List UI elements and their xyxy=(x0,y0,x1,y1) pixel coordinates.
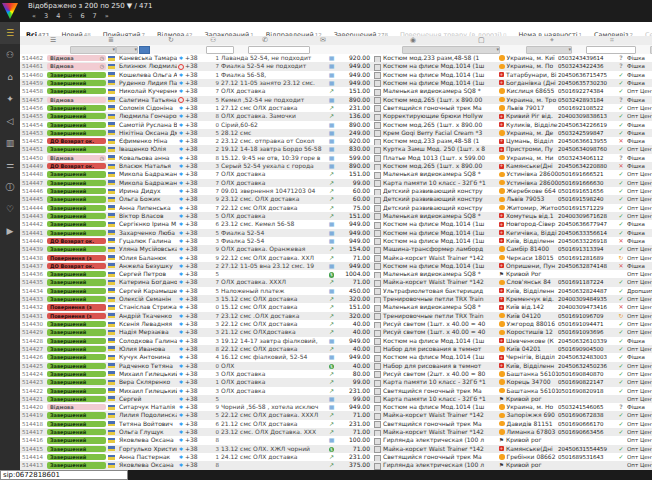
product-name[interactable]: Костюм мод.265 (1шт. х 890.00 xyxy=(383,121,482,128)
tracking-number[interactable]: 20450633226918 xyxy=(558,237,615,245)
product-name[interactable]: Светящийся гоночный трек Ма xyxy=(383,387,482,394)
order-comment[interactable]: 16.12 смс фіалковий, 52-54 xyxy=(221,353,327,361)
table-row[interactable]: 514443 Завершений Віктор Власов ∗ +38 5 … xyxy=(20,212,652,220)
tracking-number[interactable]: 0501689531643 xyxy=(558,453,615,461)
name-filter[interactable] xyxy=(116,46,138,54)
customer-name[interactable]: Самотій Руслана Во xyxy=(119,121,177,129)
order-comment[interactable] xyxy=(221,461,327,469)
customer-name[interactable]: Николай Кучеренко xyxy=(119,87,177,95)
customer-name[interactable]: Сергей Петров xyxy=(119,270,177,278)
product-filter[interactable] xyxy=(402,46,500,54)
customer-name[interactable]: Кошелева Ольга Ар xyxy=(119,71,177,79)
delivery-city[interactable]: Хомутець від.1 xyxy=(506,212,554,219)
status-badge[interactable]: Завершений xyxy=(47,296,106,302)
customer-name[interactable]: Горгулько Христина xyxy=(119,445,177,453)
customer-phone[interactable]: +38 xyxy=(185,337,211,345)
customer-name[interactable]: Руденко Лидия Пав xyxy=(119,79,177,87)
table-row[interactable]: 514424 Завершений Михаил Гилецький ∗ +38… xyxy=(20,370,652,378)
delivery-city[interactable]: Опришени, Пун xyxy=(506,262,555,269)
tracking-number[interactable]: 20400309838613 xyxy=(558,112,615,120)
tracking-number[interactable]: 0501691598240 xyxy=(558,195,615,203)
status-filter[interactable] xyxy=(70,46,116,54)
customer-name[interactable]: Віктор Власов xyxy=(119,212,177,220)
customer-name[interactable]: Михаил Гилецький xyxy=(119,387,177,395)
product-name[interactable]: Карта памяти 10 класс - 32Гб *1 xyxy=(383,378,486,385)
product-name[interactable]: Карта памяти 10 класс - 32Гб *1 xyxy=(383,179,486,186)
customer-name[interactable]: Олексій Семанін xyxy=(119,295,177,303)
table-row[interactable]: 514433 Завершений Олексій Семанін ∗ +38 … xyxy=(20,295,652,303)
customer-name[interactable]: Сергей Карамышев xyxy=(119,287,177,295)
phone-column-icon[interactable]: ✆ xyxy=(262,36,268,45)
table-row[interactable]: 514447 Завершений Микола Бадражан ∗ +38 … xyxy=(20,179,652,187)
customer-name[interactable]: Надія Мерзаєва xyxy=(119,328,177,336)
tracking-number[interactable]: 20450632483003 xyxy=(558,353,615,361)
table-row[interactable]: 514461 Відмова◷ Близнюк Людмила +38 7 Фи… xyxy=(20,62,652,70)
status-badge[interactable]: Завершений xyxy=(47,354,106,360)
product-name[interactable]: Рисуй светом (2шт. х 40.00 = 80 xyxy=(383,370,485,377)
tracking-number[interactable]: 20400309671628 xyxy=(558,212,615,220)
customer-name[interactable]: Захарченко Люба xyxy=(119,229,177,237)
product-name[interactable]: Светящийся гоночный трек Ма xyxy=(383,420,482,427)
delivery-city[interactable]: Богданівка (Дні xyxy=(506,79,556,86)
delivery-city[interactable]: Київ, Відділенн xyxy=(506,287,554,294)
customer-phone[interactable]: +38 xyxy=(185,395,211,403)
product-name[interactable]: Костюм на флисе Мод.1014 (1ш xyxy=(383,220,484,227)
table-row[interactable]: 514425 Завершений Радченко Тетяна ∗ +38 … xyxy=(20,362,652,370)
customer-name[interactable]: Єфименко Ніна xyxy=(119,137,177,145)
customer-phone[interactable]: +38 xyxy=(185,237,211,245)
customer-phone[interactable]: +38 xyxy=(185,387,211,395)
delivery-city[interactable]: Кривой Рог xyxy=(506,270,541,277)
delivery-city[interactable]: Кривой рог xyxy=(506,436,542,443)
status-badge[interactable]: Завершений xyxy=(47,321,106,327)
status-badge[interactable]: Завершений xyxy=(47,421,106,427)
order-comment[interactable]: 15.12 смс ОЛХ доставка xyxy=(221,303,327,311)
tracking-number[interactable]: 0501691094471 xyxy=(558,320,615,328)
delivery-city[interactable]: Кременчук від. xyxy=(506,295,554,302)
order-comment[interactable]: 24.12 смс ОЛХ доставка xyxy=(221,453,327,461)
table-row[interactable]: 514459 Завершений Руденко Лидия Пав ∗ +3… xyxy=(20,79,652,87)
table-row[interactable]: 514449 ДО Возврат ок. Власюк Наталья ∗ +… xyxy=(20,162,652,170)
customer-name[interactable]: Вера Скляренко xyxy=(119,378,177,386)
customer-name[interactable]: Соломія Сідоніна xyxy=(119,104,177,112)
status-badge[interactable]: Відмова◷ xyxy=(47,63,106,69)
delivery-filter[interactable] xyxy=(526,46,572,54)
customer-phone[interactable]: +38 xyxy=(185,154,211,162)
tracking-number[interactable]: 0501691666630 xyxy=(558,179,615,187)
table-row[interactable]: 514429 Завершений Надія Мерзаєва ∗ +38 3… xyxy=(20,328,652,336)
product-column-icon[interactable]: ▢ xyxy=(478,36,485,45)
delivery-city[interactable]: Украина, м. Тро xyxy=(507,96,557,103)
product-name[interactable]: Костюм на флисе Мод.1014 (1ш xyxy=(383,353,484,360)
status-badge[interactable]: Завершений xyxy=(47,130,106,136)
status-badge[interactable]: Завершений xyxy=(47,329,106,335)
order-comment[interactable]: 19.12 14-18 завтра Бордо 56-58 xyxy=(221,145,327,153)
order-comment[interactable]: 23.12 смс .ОЛХ доставка xyxy=(221,312,327,320)
product-name[interactable]: Майка-корсет Waist Trainer *142 xyxy=(383,254,484,261)
status-badge[interactable]: Завершений xyxy=(47,105,106,111)
tracking-number[interactable]: 0503243406112 xyxy=(558,154,615,162)
customer-name[interactable]: Микола Бадражан xyxy=(119,170,177,178)
status-badge[interactable]: Завершений xyxy=(47,88,106,94)
delivery-city[interactable]: Київ, Відділенн xyxy=(506,237,554,244)
status-badge[interactable]: Завершений xyxy=(47,363,106,369)
status-badge[interactable]: Повернення (з xyxy=(47,255,106,261)
customer-name[interactable]: Близнюк Людмила xyxy=(119,62,177,70)
app-logo[interactable] xyxy=(2,3,18,19)
table-row[interactable]: 514435 Завершений Катерина Богданова ∗ +… xyxy=(20,278,652,286)
status-badge[interactable]: Завершений xyxy=(47,412,106,418)
delivery-city[interactable]: Київ 04120 xyxy=(507,312,541,319)
tracking-number[interactable] xyxy=(558,436,615,444)
order-comment[interactable]: 19.12 14-17 завтра фіалковий, xyxy=(221,337,327,345)
sip-status[interactable]: sip:0672818601 xyxy=(0,470,128,480)
customer-phone[interactable]: +38 xyxy=(185,436,211,444)
table-row[interactable]: 514416 Завершений Яковлева Оксана ∗ +38 … xyxy=(20,436,652,444)
customer-phone[interactable]: +38 xyxy=(185,420,211,428)
tracking-number[interactable]: 20450634098760 xyxy=(558,145,615,153)
tracking-number[interactable]: 20450632824487 xyxy=(558,287,615,295)
order-comment[interactable]: Чорний ,56-58 , хотела исключ xyxy=(221,403,327,411)
tracking-number[interactable]: 0501691093696 xyxy=(558,328,615,336)
customer-phone[interactable]: +38 xyxy=(185,54,211,62)
order-comment[interactable]: 22.12 смс ОЛХ доставка xyxy=(221,345,327,353)
table-row[interactable]: 514419 Завершений Лилия Подолинская ∗ +3… xyxy=(20,411,652,419)
refresh-column-icon[interactable]: ↻ xyxy=(168,36,174,45)
product-name[interactable]: Ультрафиолетовая бактерицид xyxy=(383,287,483,294)
